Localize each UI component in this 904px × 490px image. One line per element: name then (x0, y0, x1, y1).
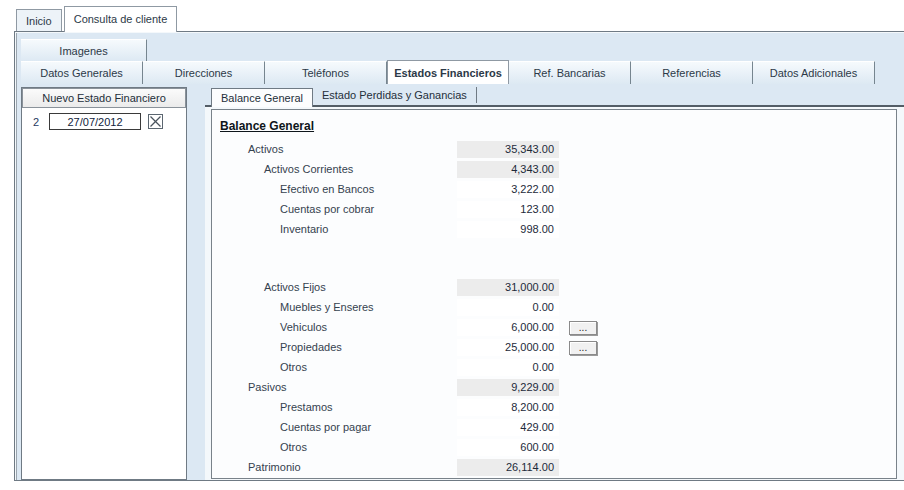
balance-row-label: Activos Corrientes (264, 163, 353, 175)
consulta-de-cliente-panel: Imagenes Datos Generales Direcciones Tel… (14, 31, 904, 481)
balance-row: Otros0.00 (212, 358, 896, 378)
estado-list-row[interactable]: 2 (22, 113, 186, 130)
balance-value-field[interactable]: 8,200.00 (457, 399, 559, 416)
balance-row: Activos Corrientes4,343.00 (212, 160, 896, 180)
lookup-ellipsis-button[interactable]: ... (569, 321, 597, 335)
balance-row-label: Otros (280, 441, 307, 453)
tab-balance-general[interactable]: Balance General (211, 88, 313, 107)
window-tab-bar: Inicio Consulta de cliente (0, 0, 904, 31)
balance-row-spacer (212, 240, 896, 278)
balance-row-label: Vehiculos (280, 321, 327, 333)
balance-value-field[interactable]: 0.00 (457, 299, 559, 316)
balance-value-field[interactable]: 123.00 (457, 201, 559, 218)
tab-referencias[interactable]: Referencias (631, 61, 753, 84)
tab-imagenes[interactable]: Imagenes (21, 39, 147, 61)
balance-row-label: Activos (248, 143, 283, 155)
balance-value-field[interactable]: 429.00 (457, 419, 559, 436)
tab-consulta-de-cliente[interactable]: Consulta de cliente (64, 6, 178, 32)
balance-value-field: 4,343.00 (457, 161, 559, 178)
estado-date-input[interactable] (49, 113, 141, 130)
balance-row-label: Pasivos (248, 381, 287, 393)
balance-row-label: Cuentas por pagar (280, 421, 371, 433)
balance-panel: Balance General Activos35,343.00Activos … (211, 109, 897, 479)
balance-row: Cuentas por pagar429.00 (212, 418, 896, 438)
balance-rows: Activos35,343.00Activos Corrientes4,343.… (212, 140, 896, 478)
balance-row-label: Cuentas por cobrar (280, 203, 374, 215)
balance-row: Activos Fijos31,000.00 (212, 278, 896, 298)
balance-row: Patrimonio26,114.00 (212, 458, 896, 478)
balance-row: Efectivo en Bancos3,222.00 (212, 180, 896, 200)
tab-row-secondary: Imagenes (15, 32, 904, 61)
balance-row: Muebles y Enseres0.00 (212, 298, 896, 318)
tab-telefonos[interactable]: Teléfonos (265, 61, 387, 84)
tab-inicio[interactable]: Inicio (16, 9, 62, 31)
balance-value-field[interactable]: 3,222.00 (457, 181, 559, 198)
estados-financieros-page: Nuevo Estado Financiero 2 Balance Genera… (15, 84, 904, 481)
balance-value-field: 26,114.00 (457, 459, 559, 476)
tab-row-sections: Datos Generales Direcciones Teléfonos Es… (15, 61, 904, 84)
balance-row: Pasivos9,229.00 (212, 378, 896, 398)
balance-value-field: 35,343.00 (457, 141, 559, 158)
balance-row: Inventario998.00 (212, 220, 896, 240)
balance-row: Propiedades25,000.00... (212, 338, 896, 358)
balance-row-label: Efectivo en Bancos (280, 183, 374, 195)
tab-ref-bancarias[interactable]: Ref. Bancarias (509, 61, 631, 84)
balance-title: Balance General (220, 119, 896, 133)
lookup-ellipsis-button[interactable]: ... (569, 341, 597, 355)
balance-value-field[interactable]: 998.00 (457, 221, 559, 238)
balance-tab-page: Balance General Activos35,343.00Activos … (205, 105, 904, 480)
balance-row-label: Muebles y Enseres (280, 301, 374, 313)
panel-gap (187, 87, 205, 480)
estados-list-panel: Nuevo Estado Financiero 2 (21, 87, 187, 480)
nuevo-estado-financiero-button[interactable]: Nuevo Estado Financiero (22, 88, 186, 108)
balance-row-label: Activos Fijos (264, 281, 326, 293)
delete-estado-x-icon[interactable] (148, 114, 163, 129)
tab-estado-perdidas-y-ganancias[interactable]: Estado Perdidas y Ganancias (313, 87, 477, 103)
balance-value-field[interactable]: 0.00 (457, 359, 559, 376)
tab-direcciones[interactable]: Direcciones (143, 61, 265, 84)
balance-value-field: 31,000.00 (457, 279, 559, 296)
estado-row-index: 2 (30, 116, 42, 128)
balance-row-label: Propiedades (280, 341, 342, 353)
balance-row: Prestamos8,200.00 (212, 398, 896, 418)
balance-value-field[interactable]: 6,000.00 (457, 319, 559, 336)
balance-value-field[interactable]: 600.00 (457, 439, 559, 456)
balance-row-label: Patrimonio (248, 461, 301, 473)
balance-row-label: Otros (280, 361, 307, 373)
balance-row: Otros600.00 (212, 438, 896, 458)
balance-row-label: Prestamos (280, 401, 333, 413)
balance-row: Cuentas por cobrar123.00 (212, 200, 896, 220)
balance-value-field: 9,229.00 (457, 379, 559, 396)
balance-row-label: Inventario (280, 223, 328, 235)
balance-value-field[interactable]: 25,000.00 (457, 339, 559, 356)
tab-datos-generales[interactable]: Datos Generales (21, 61, 143, 84)
tab-datos-adicionales[interactable]: Datos Adicionales (753, 61, 875, 84)
tab-estados-financieros[interactable]: Estados Financieros (387, 60, 509, 84)
balance-row: Vehiculos6,000.00... (212, 318, 896, 338)
balance-row: Activos35,343.00 (212, 140, 896, 160)
balance-tab-bar: Balance General Estado Perdidas y Gananc… (205, 87, 904, 105)
estados-detail-area: Balance General Estado Perdidas y Gananc… (205, 87, 904, 480)
